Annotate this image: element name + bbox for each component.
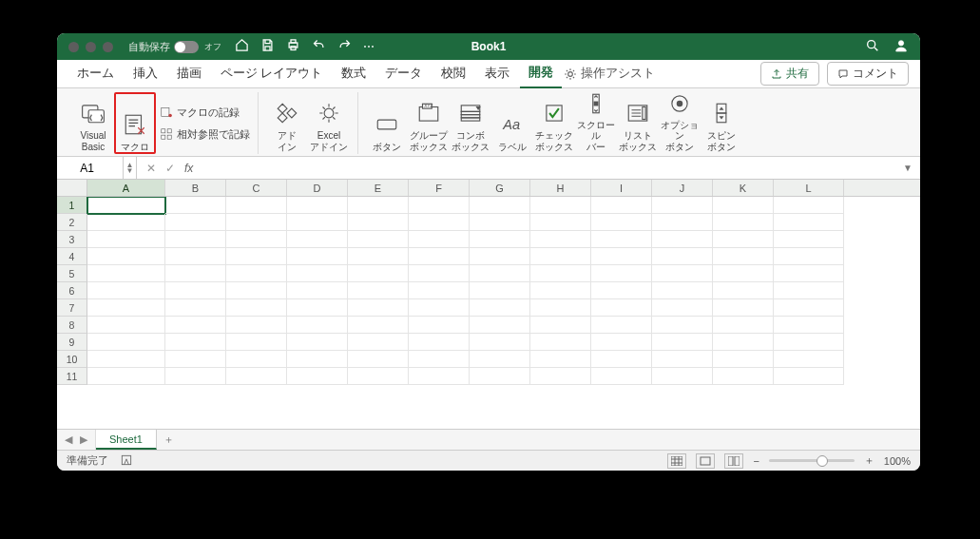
cell[interactable] (652, 299, 713, 317)
cell[interactable] (470, 317, 530, 334)
cell[interactable] (530, 214, 591, 231)
cell[interactable] (530, 317, 591, 334)
column-header[interactable]: G (470, 180, 530, 196)
row-header[interactable]: 10 (57, 351, 87, 368)
cell[interactable] (530, 265, 591, 282)
cell[interactable] (226, 299, 287, 317)
listbox-control[interactable]: リスト ボックス (617, 92, 659, 154)
cell[interactable] (713, 368, 774, 385)
cell[interactable] (226, 334, 287, 351)
cell[interactable] (226, 231, 287, 248)
label-control[interactable]: Aa ラベル (491, 92, 533, 154)
record-macro-button[interactable]: マクロの記録 (160, 106, 250, 120)
cell[interactable] (165, 197, 226, 214)
cell[interactable] (87, 351, 165, 368)
cell[interactable] (165, 248, 226, 265)
cell[interactable] (348, 334, 409, 351)
cell[interactable] (591, 231, 652, 248)
cell[interactable] (652, 214, 713, 231)
cell[interactable] (530, 231, 591, 248)
cell[interactable] (409, 248, 470, 265)
cell[interactable] (348, 368, 409, 385)
checkbox-control[interactable]: チェック ボックス (533, 92, 575, 154)
cell[interactable] (87, 197, 165, 214)
cell[interactable] (713, 248, 774, 265)
cell[interactable] (287, 248, 348, 265)
row-header[interactable]: 3 (57, 231, 87, 248)
column-header[interactable]: A (87, 180, 165, 196)
tab-page-layout[interactable]: ページ レイアウト (212, 60, 331, 88)
cell[interactable] (409, 351, 470, 368)
save-icon[interactable] (260, 38, 275, 55)
cell[interactable] (591, 265, 652, 282)
cell[interactable] (530, 197, 591, 214)
cell[interactable] (713, 282, 774, 299)
cell[interactable] (287, 197, 348, 214)
cell[interactable] (774, 214, 844, 231)
row-header[interactable]: 7 (57, 299, 87, 317)
qat-customize-icon[interactable]: ⋯ (363, 40, 375, 53)
column-header[interactable]: B (165, 180, 226, 196)
cell[interactable] (713, 351, 774, 368)
cell[interactable] (652, 334, 713, 351)
groupbox-control[interactable]: XYZ グループ ボックス (408, 92, 450, 154)
cell[interactable] (652, 317, 713, 334)
cancel-formula-icon[interactable]: ✕ (146, 162, 156, 175)
row-header[interactable]: 6 (57, 282, 87, 299)
cell[interactable] (348, 265, 409, 282)
tab-view[interactable]: 表示 (476, 60, 518, 88)
undo-icon[interactable] (312, 38, 326, 55)
scrollbar-control[interactable]: スクロール バー (575, 92, 617, 154)
column-header[interactable]: C (226, 180, 287, 196)
cell[interactable] (87, 334, 165, 351)
cell[interactable] (226, 214, 287, 231)
cell[interactable] (591, 299, 652, 317)
normal-view-icon[interactable] (667, 453, 686, 469)
cell[interactable] (470, 197, 530, 214)
macro-button[interactable]: マクロ (114, 92, 156, 154)
column-header[interactable]: J (652, 180, 713, 196)
cell[interactable] (530, 299, 591, 317)
cell[interactable] (591, 317, 652, 334)
cell[interactable] (713, 299, 774, 317)
tell-me[interactable]: 操作アシスト (564, 66, 655, 82)
accept-formula-icon[interactable]: ✓ (165, 162, 175, 175)
cell[interactable] (713, 214, 774, 231)
tab-data[interactable]: データ (376, 60, 431, 88)
cell[interactable] (591, 248, 652, 265)
cell[interactable] (409, 334, 470, 351)
cell[interactable] (652, 248, 713, 265)
zoom-out-icon[interactable]: − (753, 455, 759, 467)
column-header[interactable]: D (287, 180, 348, 196)
account-icon[interactable] (894, 38, 909, 56)
share-button[interactable]: 共有 (760, 62, 819, 86)
sheet-tab[interactable]: Sheet1 (96, 430, 157, 450)
cell[interactable] (591, 197, 652, 214)
row-header[interactable]: 5 (57, 265, 87, 282)
cell[interactable] (652, 231, 713, 248)
cell[interactable] (652, 265, 713, 282)
zoom-slider[interactable] (769, 459, 855, 462)
tab-review[interactable]: 校閲 (432, 60, 474, 88)
cell[interactable] (774, 317, 844, 334)
spinbtn-control[interactable]: スピン ボタン (701, 92, 742, 154)
cell[interactable] (287, 265, 348, 282)
cell[interactable] (165, 265, 226, 282)
cell[interactable] (470, 334, 530, 351)
cell[interactable] (87, 299, 165, 317)
cell[interactable] (774, 368, 844, 385)
cell[interactable] (774, 197, 844, 214)
cell[interactable] (87, 317, 165, 334)
cell[interactable] (165, 368, 226, 385)
tab-draw[interactable]: 描画 (168, 60, 210, 88)
optionbtn-control[interactable]: オプション ボタン (659, 92, 701, 154)
cell[interactable] (409, 317, 470, 334)
comment-button[interactable]: コメント (827, 62, 909, 86)
tab-formulas[interactable]: 数式 (333, 60, 375, 88)
cell[interactable] (470, 231, 530, 248)
excel-addin-button[interactable]: Excel アドイン (308, 92, 350, 154)
cell[interactable] (591, 282, 652, 299)
cell[interactable] (713, 317, 774, 334)
cell[interactable] (470, 214, 530, 231)
cell[interactable] (409, 299, 470, 317)
